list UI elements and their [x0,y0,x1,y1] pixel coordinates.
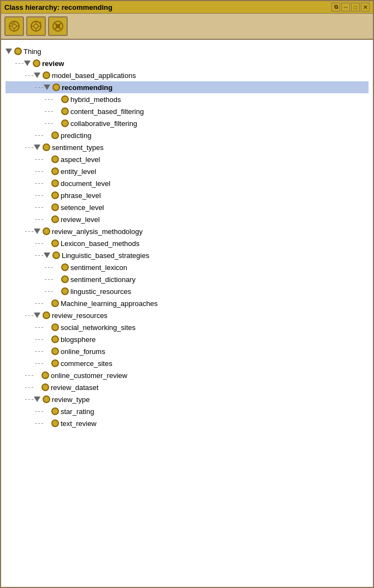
h-connector [45,291,54,292]
add-subclass-button[interactable]: + [26,16,46,36]
h-connector [45,267,54,268]
h-connector [25,147,34,148]
expand-toggle[interactable] [34,397,40,402]
node-label-social_networking_sites: social_networking_sites [61,323,135,332]
node-label-entity_level: entity_level [61,167,96,176]
tree-node-review_level[interactable]: review_level [5,213,369,225]
h-connector [25,315,34,316]
node-label-recommending: recommending [62,83,112,92]
expand-toggle[interactable] [34,229,40,234]
tree-node-document_level[interactable]: document_level [5,177,369,189]
node-circle [61,107,69,115]
node-circle [43,311,50,319]
node-circle [52,251,60,259]
tree-node-star_rating[interactable]: star_rating [5,405,369,417]
h-connector [45,279,54,280]
h-connector [35,303,44,304]
node-circle [51,215,59,223]
node-circle [43,143,50,151]
tree-node-review_resources[interactable]: review_resources [5,309,369,321]
main-window: Class hierarchy: recommending ⧉ ─ □ ✕ + [0,0,374,588]
expand-toggle[interactable] [44,253,50,258]
node-circle [51,359,59,367]
node-circle [51,407,59,415]
tree-node-hybrid_methods[interactable]: hybrid_methods [5,93,369,105]
node-circle [51,167,59,175]
tree-node-online_customer_review[interactable]: online_customer_review [5,369,369,381]
node-label-aspect_level: aspect_level [61,155,100,164]
node-label-review_anlysis_methodology: review_anlysis_methodology [52,227,143,236]
tree-node-Lexicon_based_methods[interactable]: Lexicon_based_methods [5,237,369,249]
node-circle [61,95,69,103]
tree-node-lingustic_resources[interactable]: lingustic_resources [5,285,369,297]
expand-toggle[interactable] [34,145,40,150]
tree-node-content_based_filtering[interactable]: content_based_filtering [5,105,369,117]
expand-toggle[interactable] [5,49,12,54]
tree-node-Linguistic_based_strategies[interactable]: Linguistic_based_strategies [5,249,369,261]
node-circle [52,83,60,91]
svg-text:+: + [39,20,41,26]
node-label-Thing: Thing [23,47,41,56]
tree-node-review[interactable]: review [5,57,369,69]
node-label-Lexicon_based_methods: Lexicon_based_methods [61,239,140,248]
h-connector [35,135,44,136]
tree-node-setence_level[interactable]: setence_level [5,201,369,213]
expand-toggle[interactable] [24,61,31,66]
tree-node-entity_level[interactable]: entity_level [5,165,369,177]
node-label-phrase_level: phrase_level [61,191,101,200]
tree-node-online_forums[interactable]: online_forums [5,345,369,357]
title-bar-buttons: ⧉ ─ □ ✕ [331,3,370,11]
h-connector [35,411,44,412]
window-title: Class hierarchy: recommending [4,3,112,11]
node-label-document_level: document_level [61,179,110,188]
tree-node-review_dataset[interactable]: review_dataset [5,381,369,393]
tree-node-model_based_applications[interactable]: model_based_applications [5,69,369,81]
h-connector [35,183,44,184]
tree-node-review_type[interactable]: review_type [5,393,369,405]
add-class-button[interactable]: + [4,16,24,36]
node-label-review_dataset: review_dataset [51,383,98,392]
restore-button[interactable]: ⧉ [331,3,340,11]
tree-node-commerce_sites[interactable]: commerce_sites [5,357,369,369]
node-label-predicting: predicting [61,131,91,140]
tree-node-sentiment_lexicon[interactable]: sentiment_lexicon [5,261,369,273]
node-label-star_rating: star_rating [61,407,94,416]
h-connector [25,399,34,400]
node-label-blogsphere: blogsphere [61,335,96,344]
tree-node-blogsphere[interactable]: blogsphere [5,333,369,345]
node-circle [51,131,59,139]
tree-node-sentiment_dictionary[interactable]: sentiment_dictionary [5,273,369,285]
tree-node-review_anlysis_methodology[interactable]: review_anlysis_methodology [5,225,369,237]
tree-node-Machine_learning_approaches[interactable]: Machine_learning_approaches [5,297,369,309]
tree-node-Thing[interactable]: Thing [5,45,369,57]
h-connector [35,219,44,220]
close-button[interactable]: ✕ [361,3,370,11]
tree-node-text_review[interactable]: text_review [5,417,369,429]
h-connector [35,255,44,256]
tree-node-recommending[interactable]: recommending [5,81,369,93]
node-label-sentiment_dictionary: sentiment_dictionary [70,275,135,284]
minimize-button[interactable]: ─ [341,3,350,11]
tree-node-collaborative_filtering[interactable]: collaborative_filtering [5,117,369,129]
expand-toggle[interactable] [44,85,50,90]
tree-node-aspect_level[interactable]: aspect_level [5,153,369,165]
node-circle [43,395,50,403]
tree-node-predicting[interactable]: predicting [5,129,369,141]
node-label-review_type: review_type [52,395,90,404]
tree-node-phrase_level[interactable]: phrase_level [5,189,369,201]
node-circle [41,383,49,391]
h-connector [15,63,24,64]
node-circle [51,335,59,343]
expand-toggle[interactable] [34,73,40,78]
maximize-button[interactable]: □ [351,3,360,11]
node-circle [61,287,69,295]
tree-node-sentiment_types[interactable]: sentiment_types [5,141,369,153]
node-circle [41,371,49,379]
h-connector [35,171,44,172]
expand-toggle[interactable] [34,313,40,318]
node-label-Linguistic_based_strategies: Linguistic_based_strategies [62,251,149,260]
node-label-review_resources: review_resources [52,311,108,320]
tree-node-social_networking_sites[interactable]: social_networking_sites [5,321,369,333]
node-circle [61,263,69,271]
delete-class-button[interactable] [48,16,68,36]
